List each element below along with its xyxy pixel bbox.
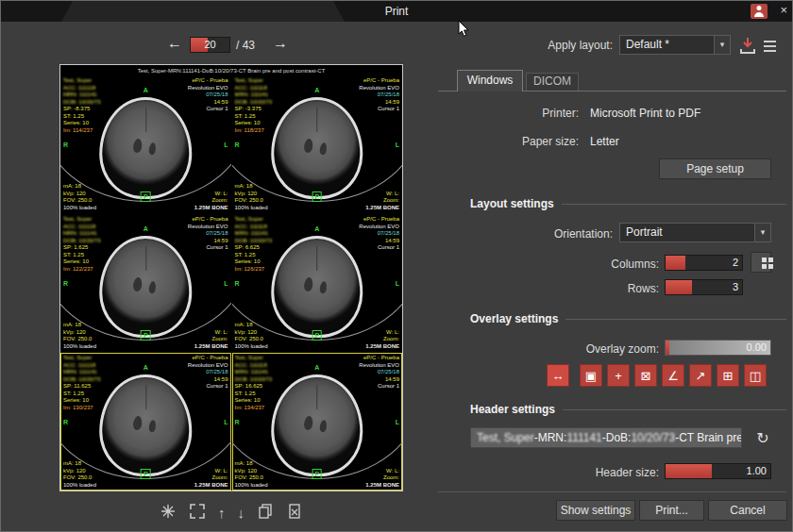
- prev-page-button[interactable]: ←: [167, 35, 182, 52]
- preview-image-cell[interactable]: Test, Super ACC: 111118 MRN: 111141 DOB:…: [60, 214, 231, 352]
- overlay-top-right: eP/C - Prueba Revolution EVO 07/25/18 14…: [188, 216, 228, 252]
- orientation-marker-right: R: [235, 419, 240, 425]
- delete-page-button[interactable]: [285, 502, 304, 523]
- overlay-toggle-icon: ▣: [585, 370, 597, 382]
- chevron-down-icon: ▾: [754, 224, 770, 241]
- overlay-top-right: eP/C - Prueba Revolution EVO 07/25/18 14…: [359, 77, 399, 113]
- rows-slider[interactable]: 3: [665, 279, 743, 295]
- orientation-value: Portrait: [620, 224, 754, 241]
- header-text-input[interactable]: Test, Super-MRN:111141-DoB:10/20/73-CT B…: [470, 427, 742, 448]
- orientation-marker-right: R: [63, 419, 68, 425]
- orientation-marker-right: R: [235, 141, 240, 148]
- overlay-top-left: Test, Super ACC: 111118 MRN: 111141 DOB:…: [63, 77, 101, 134]
- next-page-button[interactable]: →: [273, 35, 288, 52]
- apply-layout-dropdown[interactable]: Default * ▾: [619, 35, 731, 55]
- close-button[interactable]: ×: [780, 3, 787, 17]
- printer-value: Microsoft Print to PDF: [590, 107, 700, 120]
- copy-page-button[interactable]: [256, 502, 275, 523]
- orientation-marker-posterior: P: [312, 191, 322, 202]
- overlay-bottom-right: W: L: Zoom: 1.25M BONE: [194, 468, 228, 490]
- footer-separator: [438, 491, 786, 492]
- overlay-toggle-button[interactable]: ∠: [662, 364, 684, 387]
- columns-value: 2: [733, 256, 738, 270]
- fullscreen-button[interactable]: [188, 502, 207, 523]
- overlay-top-right: eP/C - Prueba Revolution EVO 07/25/18 14…: [359, 355, 399, 391]
- fit-to-window-button[interactable]: [159, 502, 177, 523]
- paper-size-label: Paper size:: [473, 135, 579, 148]
- overlay-toggle-icon: ↔: [552, 370, 565, 382]
- copy-page-icon: [257, 503, 274, 520]
- printer-label: Printer:: [473, 107, 579, 120]
- orientation-marker-posterior: P: [141, 191, 151, 202]
- overlay-top-left: Test, Super ACC: 111118 MRN: 111141 DOB:…: [63, 216, 101, 273]
- rows-label: Rows:: [558, 282, 659, 295]
- overlay-toggle-button[interactable]: +: [607, 364, 630, 387]
- overlay-toggle-button[interactable]: ↔: [547, 364, 569, 387]
- columns-slider[interactable]: 2: [665, 255, 743, 271]
- overlay-toggle-button[interactable]: ⊠: [634, 364, 657, 387]
- orientation-marker-anterior: A: [143, 364, 148, 371]
- chevron-down-icon: ▾: [714, 36, 730, 54]
- overlay-settings-header: Overlay settings: [470, 312, 786, 325]
- overlay-zoom-slider[interactable]: 0.00: [665, 340, 771, 356]
- layout-list-button[interactable]: [764, 38, 776, 55]
- header-size-label: Header size:: [530, 466, 659, 479]
- overlay-toggle-icon: ◫: [750, 370, 761, 382]
- overlay-bottom-left: mA: 18 kVp: 120 FOV: 250.0 100% loaded: [63, 322, 96, 350]
- overlay-bottom-left: mA: 18 kVp: 120 FOV: 250.0 100% loaded: [63, 183, 96, 211]
- overlay-toggle-button[interactable]: ◫: [744, 364, 767, 387]
- orientation-marker-left: L: [396, 419, 399, 425]
- preview-image-cell[interactable]: Test, Super ACC: 111118 MRN: 111141 DOB:…: [232, 214, 403, 352]
- overlay-toggle-icon: ↗: [696, 370, 706, 382]
- move-page-down-button[interactable]: ↓: [237, 505, 246, 521]
- preview-image-cell[interactable]: Test, Super ACC: 111118 MRN: 111141 DOB:…: [60, 353, 231, 490]
- orientation-marker-anterior: A: [314, 364, 319, 371]
- page-number-input[interactable]: 20: [190, 37, 230, 53]
- page-total-label: / 43: [236, 39, 255, 52]
- orientation-marker-left: L: [224, 419, 228, 425]
- orientation-marker-right: R: [63, 280, 68, 287]
- print-dialog: Print × ← 20 / 43 → Apply layout: Defaul…: [0, 0, 793, 532]
- preview-image-cell[interactable]: Test, Super ACC: 111118 MRN: 111141 DOB:…: [232, 75, 403, 213]
- save-layout-button[interactable]: [738, 36, 757, 58]
- header-size-value: 1.00: [747, 464, 767, 478]
- preview-image-cell[interactable]: Test, Super ACC: 111118 MRN: 111141 DOB:…: [60, 75, 231, 213]
- show-settings-button[interactable]: Show settings: [556, 500, 635, 521]
- overlay-bottom-right: W: L: Zoom: 1.25M BONE: [365, 468, 399, 490]
- orientation-marker-anterior: A: [143, 87, 148, 93]
- print-button[interactable]: Print...: [639, 500, 704, 521]
- orientation-label: Orientation:: [511, 227, 613, 241]
- print-preview: Test, Super-MRN:111141-DoB:10/20/73-CT B…: [59, 64, 403, 491]
- overlay-toggle-icon: ∠: [667, 370, 679, 382]
- header-size-slider[interactable]: 1.00: [665, 463, 771, 479]
- overlay-toggle-button[interactable]: ⊞: [717, 364, 739, 387]
- overlay-bottom-right: W: L: Zoom: 1.25M BONE: [194, 191, 228, 212]
- reset-header-button[interactable]: ↻: [751, 426, 775, 449]
- orientation-marker-left: L: [224, 280, 228, 287]
- page-setup-button[interactable]: Page setup: [659, 158, 771, 179]
- orientation-marker-left: L: [396, 280, 399, 287]
- orientation-marker-posterior: P: [141, 469, 151, 479]
- orientation-dropdown[interactable]: Portrait ▾: [619, 223, 771, 242]
- tab-windows[interactable]: Windows: [457, 70, 523, 91]
- overlay-top-left: Test, Super ACC: 111118 MRN: 111141 DOB:…: [235, 216, 273, 273]
- overlay-toggle-button[interactable]: ↗: [689, 364, 712, 387]
- overlay-toggle-icon: ⊞: [723, 370, 734, 382]
- slider-fill: [666, 341, 669, 355]
- preview-image-cell[interactable]: Test, Super ACC: 111118 MRN: 111141 DOB:…: [232, 353, 403, 490]
- cancel-button[interactable]: Cancel: [708, 500, 787, 521]
- overlay-bottom-right: W: L: Zoom: 1.25M BONE: [194, 329, 228, 351]
- orientation-marker-left: L: [224, 141, 228, 148]
- expand-icon: [189, 503, 206, 520]
- titlebar: Print ×: [1, 1, 792, 22]
- move-page-up-button[interactable]: ↑: [217, 505, 227, 521]
- overlay-zoom-value: 0.00: [747, 341, 767, 355]
- refresh-icon: ↻: [756, 430, 768, 446]
- overlay-toggle-button[interactable]: ▣: [580, 364, 602, 387]
- header-settings-header: Header settings: [470, 403, 786, 416]
- layout-grid-picker-button[interactable]: [751, 252, 771, 273]
- orientation-marker-left: L: [396, 141, 399, 148]
- paper-size-value: Letter: [590, 135, 619, 148]
- support-button[interactable]: [751, 4, 768, 19]
- tab-dicom[interactable]: DICOM: [526, 73, 579, 91]
